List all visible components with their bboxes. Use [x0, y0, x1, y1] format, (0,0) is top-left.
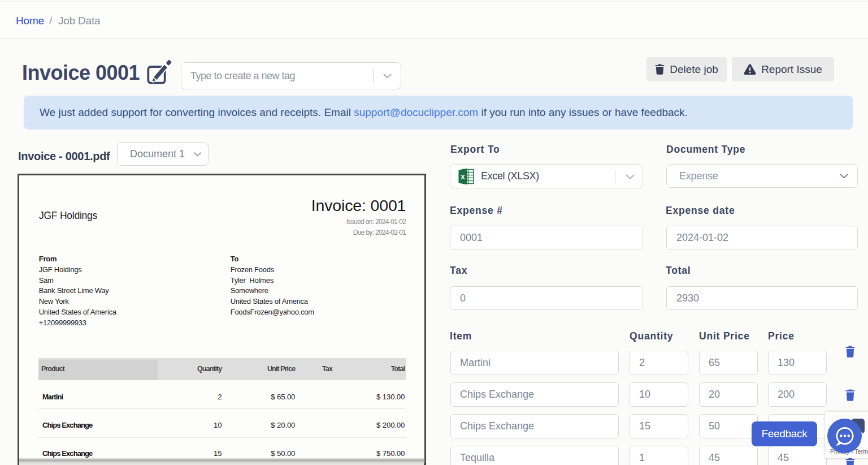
svg-text:x: x	[461, 172, 465, 181]
